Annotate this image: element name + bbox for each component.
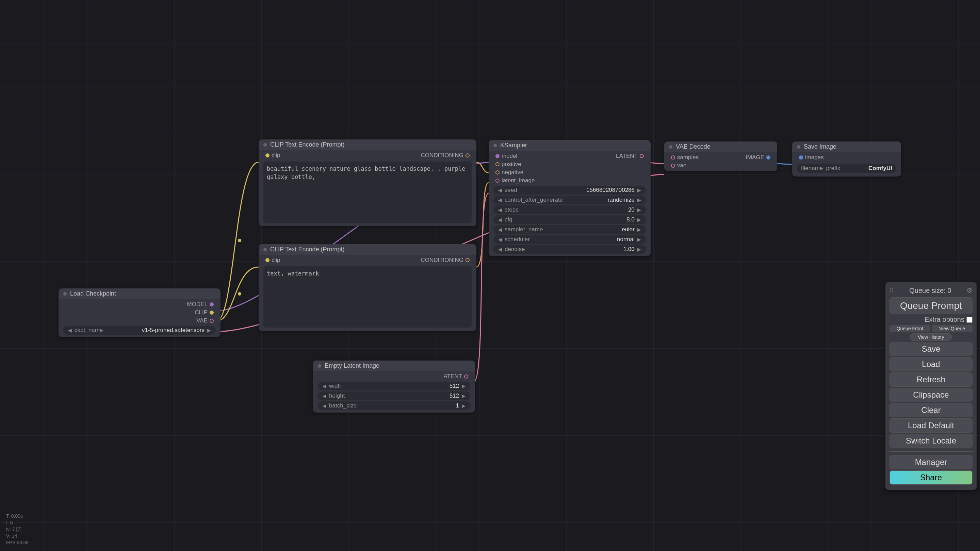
- height-input[interactable]: ◀height512▶: [318, 392, 470, 400]
- input-clip[interactable]: clip: [259, 256, 285, 264]
- node-load-checkpoint[interactable]: Load Checkpoint MODEL CLIP VAE ◀ckpt_nam…: [59, 288, 221, 337]
- prev-icon[interactable]: ◀: [497, 237, 503, 242]
- prev-icon[interactable]: ◀: [497, 246, 503, 252]
- prev-icon[interactable]: ◀: [497, 217, 503, 222]
- filename-prefix-input[interactable]: filename_prefixComfyUI: [797, 164, 896, 173]
- prev-icon[interactable]: ◀: [321, 393, 328, 399]
- collapse-icon[interactable]: [669, 145, 672, 149]
- scheduler-input[interactable]: ◀schedulernormal▶: [493, 235, 646, 244]
- port-icon[interactable]: [466, 153, 469, 157]
- ckpt-name-selector[interactable]: ◀ckpt_namev1-5-pruned.safetensors▶: [63, 326, 216, 335]
- node-header[interactable]: CLIP Text Encode (Prompt): [259, 244, 476, 255]
- node-header[interactable]: VAE Decode: [664, 141, 777, 152]
- output-clip[interactable]: CLIP: [59, 308, 221, 317]
- clipspace-button[interactable]: Clipspace: [889, 388, 972, 402]
- prompt-textarea[interactable]: beautiful scenery nature glass bottle la…: [263, 162, 472, 223]
- wire-handle[interactable]: [238, 292, 241, 295]
- prev-icon[interactable]: ◀: [321, 403, 328, 408]
- output-conditioning[interactable]: CONDITIONING: [416, 151, 476, 159]
- load-button[interactable]: Load: [889, 357, 972, 372]
- next-icon[interactable]: ▶: [636, 207, 643, 213]
- port-icon[interactable]: [799, 156, 803, 159]
- port-icon[interactable]: [210, 302, 214, 306]
- node-canvas[interactable]: Load Checkpoint MODEL CLIP VAE ◀ckpt_nam…: [0, 0, 980, 551]
- collapse-icon[interactable]: [263, 248, 267, 251]
- load-default-button[interactable]: Load Default: [889, 418, 972, 433]
- queue-prompt-button[interactable]: Queue Prompt: [889, 297, 972, 314]
- view-history-button[interactable]: View History: [910, 333, 952, 341]
- collapse-icon[interactable]: [797, 145, 800, 149]
- collapse-icon[interactable]: [63, 292, 67, 295]
- port-icon[interactable]: [495, 170, 500, 175]
- view-queue-button[interactable]: View Queue: [932, 325, 972, 332]
- refresh-button[interactable]: Refresh: [889, 372, 972, 387]
- save-button[interactable]: Save: [889, 342, 972, 356]
- next-icon[interactable]: ▶: [636, 246, 643, 252]
- collapse-icon[interactable]: [318, 364, 321, 368]
- node-save-image[interactable]: Save Image images filename_prefixComfyUI: [792, 141, 901, 176]
- port-icon[interactable]: [671, 156, 675, 159]
- node-header[interactable]: KSampler: [488, 140, 651, 151]
- prev-icon[interactable]: ◀: [497, 207, 503, 213]
- extra-options-checkbox[interactable]: [966, 317, 972, 323]
- prev-icon[interactable]: ◀: [321, 383, 328, 389]
- gear-icon[interactable]: ⚙: [966, 286, 972, 295]
- input-latent-image[interactable]: latent_image: [488, 176, 651, 185]
- next-icon[interactable]: ▶: [206, 327, 212, 333]
- switch-locale-button[interactable]: Switch Locale: [889, 433, 972, 448]
- width-input[interactable]: ◀width512▶: [318, 382, 470, 391]
- prev-icon[interactable]: ◀: [497, 197, 503, 203]
- node-header[interactable]: Load Checkpoint: [59, 288, 221, 299]
- share-button[interactable]: Share: [889, 470, 972, 485]
- control-panel[interactable]: ⠿ Queue size: 0 ⚙ Queue Prompt Extra opt…: [885, 282, 977, 490]
- queue-front-button[interactable]: Queue Front: [889, 325, 930, 332]
- prompt-textarea[interactable]: text, watermark: [263, 266, 472, 327]
- input-negative[interactable]: negative: [488, 168, 651, 176]
- next-icon[interactable]: ▶: [460, 383, 467, 389]
- output-latent[interactable]: LATENT: [313, 372, 475, 381]
- sampler-name-input[interactable]: ◀sampler_nameeuler▶: [493, 225, 646, 234]
- port-icon[interactable]: [766, 156, 770, 159]
- cfg-input[interactable]: ◀cfg8.0▶: [493, 215, 646, 224]
- port-icon[interactable]: [266, 258, 269, 262]
- seed-input[interactable]: ◀seed156680208700286▶: [493, 186, 646, 195]
- port-icon[interactable]: [466, 258, 469, 262]
- port-icon[interactable]: [495, 154, 500, 158]
- drag-handle-icon[interactable]: ⠿: [889, 287, 894, 294]
- node-clip-encode-positive[interactable]: CLIP Text Encode (Prompt) clip CONDITION…: [259, 140, 476, 226]
- next-icon[interactable]: ▶: [636, 227, 643, 232]
- next-icon[interactable]: ▶: [636, 237, 643, 242]
- steps-input[interactable]: ◀steps20▶: [493, 205, 646, 214]
- denoise-input[interactable]: ◀denoise1.00▶: [493, 245, 646, 254]
- prev-icon[interactable]: ◀: [497, 227, 503, 232]
- next-icon[interactable]: ▶: [636, 217, 643, 222]
- node-ksampler[interactable]: KSampler model LATENT positive negative …: [488, 140, 651, 256]
- input-clip[interactable]: clip: [259, 151, 285, 159]
- input-vae[interactable]: vae: [664, 162, 777, 170]
- node-vae-decode[interactable]: VAE Decode samples IMAGE vae: [664, 141, 777, 171]
- node-header[interactable]: Save Image: [792, 141, 901, 152]
- clear-button[interactable]: Clear: [889, 403, 972, 417]
- input-images[interactable]: images: [792, 153, 901, 162]
- node-clip-encode-negative[interactable]: CLIP Text Encode (Prompt) clip CONDITION…: [259, 244, 476, 331]
- output-image[interactable]: IMAGE: [741, 153, 777, 162]
- collapse-icon[interactable]: [263, 143, 267, 147]
- prev-icon[interactable]: ◀: [67, 327, 73, 333]
- output-latent[interactable]: LATENT: [611, 152, 651, 160]
- input-samples[interactable]: samples: [664, 153, 703, 162]
- port-icon[interactable]: [495, 179, 500, 183]
- output-conditioning[interactable]: CONDITIONING: [416, 256, 476, 264]
- input-model[interactable]: model: [488, 152, 522, 160]
- output-model[interactable]: MODEL: [59, 300, 221, 308]
- port-icon[interactable]: [464, 375, 468, 379]
- next-icon[interactable]: ▶: [636, 187, 643, 193]
- control-after-generate[interactable]: ◀control_after_generaterandomize▶: [493, 195, 646, 205]
- port-icon[interactable]: [266, 153, 269, 157]
- extra-options-toggle[interactable]: Extra options: [889, 316, 972, 324]
- node-header[interactable]: Empty Latent Image: [313, 360, 475, 371]
- next-icon[interactable]: ▶: [460, 393, 467, 399]
- port-icon[interactable]: [640, 154, 644, 158]
- input-positive[interactable]: positive: [488, 160, 651, 168]
- port-icon[interactable]: [671, 164, 675, 168]
- next-icon[interactable]: ▶: [636, 197, 643, 203]
